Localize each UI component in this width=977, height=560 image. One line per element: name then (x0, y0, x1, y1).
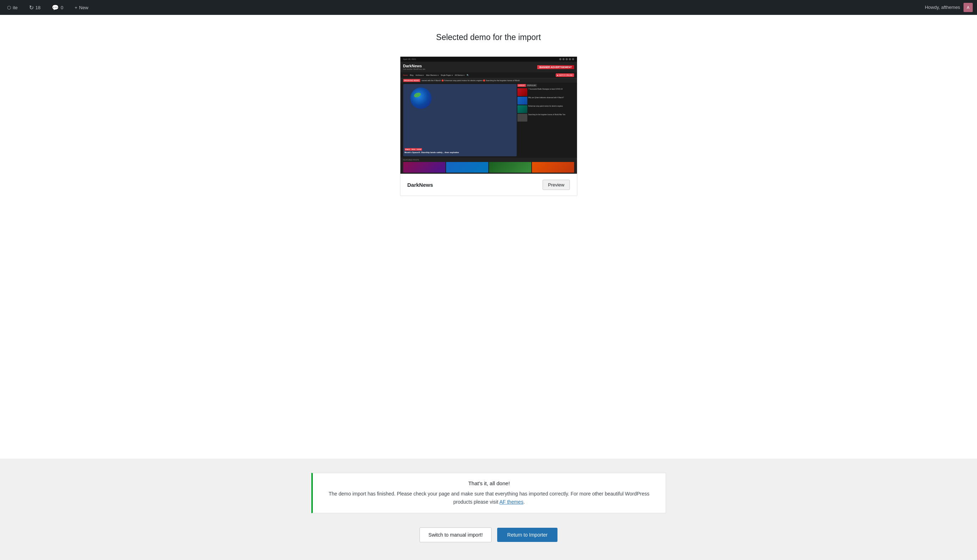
notice-body: The demo import has finished. Please che… (321, 490, 657, 506)
mock-breaking-badge: BREAKING NEWS (403, 79, 420, 82)
demo-card-footer: DarkNews Preview (400, 174, 577, 196)
mock-header: DarkNews Just another WordPress site BAN… (400, 62, 577, 72)
content-section: Selected demo for the import April 18, 2… (0, 15, 977, 458)
adminbar-comments[interactable]: 💬 0 (49, 0, 66, 15)
bottom-section: That's it, all done! The demo import has… (0, 458, 977, 560)
updates-count: 18 (35, 5, 40, 10)
mock-tab-latest: LATEST (518, 84, 526, 87)
avatar: A (964, 3, 973, 12)
mock-breaking-text: named with the 4 March! 🔴 Fisherman stop… (422, 79, 519, 82)
mock-tab-popular: POPULAR (526, 84, 537, 87)
action-buttons: Switch to manual import! Return to Impor… (419, 527, 558, 542)
mock-featured-item-3 (489, 162, 531, 173)
mock-thumb-3 (518, 105, 527, 113)
mock-earth-image (410, 88, 432, 109)
mock-thumb-4 (518, 114, 527, 122)
switch-manual-button[interactable]: Switch to manual import! (419, 527, 491, 542)
mock-featured-item-4 (532, 162, 574, 173)
demo-card: April 18, 2021 DarkNews Just anothe (400, 57, 577, 196)
mock-nav-archives: Archives ▾ (416, 74, 424, 76)
mock-article-title: SPACETECHCOVID Musk's SpaceX: Starship l… (405, 148, 515, 154)
mock-main-article: SPACETECHCOVID Musk's SpaceX: Starship l… (403, 84, 517, 156)
mock-nav-single: Single Pages ▾ (441, 74, 453, 76)
mock-screenshot: April 18, 2021 DarkNews Just anothe (400, 57, 577, 174)
mock-tag-2: TECH (411, 148, 416, 151)
return-importer-button[interactable]: Return to Importer (497, 528, 558, 542)
howdy-text: Howdy, afthemes (925, 5, 960, 10)
mock-logo: DarkNews (403, 64, 426, 68)
mock-watch-btn: ▶ WATCH ONLINE (556, 73, 574, 77)
mock-icon-5 (572, 58, 574, 60)
mock-sidebar: LATEST POPULAR 7 Successful Battle Strat… (518, 84, 574, 156)
mock-sidebar-text-4: Searching for the forgotten homes of Wor… (528, 114, 566, 116)
mock-top-bar: April 18, 2021 (400, 57, 577, 62)
mock-sidebar-item-2: Why are Qriters believers obsessed with … (518, 97, 574, 105)
mock-breaking-bar: BREAKING NEWS named with the 4 March! 🔴 … (400, 78, 577, 83)
mock-sidebar-text-3: Fisherman stop patrol motors for electri… (528, 105, 563, 107)
notice-box: That's it, all done! The demo import has… (311, 473, 666, 513)
af-themes-link[interactable]: AF themes (499, 499, 523, 505)
mock-icon-1 (559, 58, 561, 60)
comments-icon: 💬 (52, 4, 59, 11)
mock-nav-main: Main Banners ▾ (426, 74, 438, 76)
mock-featured-item-1 (403, 162, 446, 173)
page-title: Selected demo for the import (436, 33, 541, 42)
preview-button[interactable]: Preview (543, 180, 569, 190)
adminbar-howdy: Howdy, afthemes A (925, 3, 973, 12)
mock-sidebar-item-3: Fisherman stop patrol motors for electri… (518, 105, 574, 113)
demo-name: DarkNews (408, 182, 433, 188)
mock-sidebar-item-1: 7 Successful Battle Strategies to beat C… (518, 88, 574, 96)
mock-icon-3 (566, 58, 568, 60)
mock-content: SPACETECHCOVID Musk's SpaceX: Starship l… (400, 83, 577, 158)
wordpress-icon: ⬡ (7, 5, 11, 10)
mock-nav-demos: All Demos ▾ (455, 74, 464, 76)
mock-thumb-2 (518, 97, 527, 105)
mock-nav-blog: Blog (410, 74, 414, 76)
mock-tag: SPACE (405, 148, 411, 151)
adminbar-new[interactable]: + New (72, 0, 91, 15)
mock-nav-search: 🔍 (467, 74, 469, 76)
mock-featured-section: FEATURED POSTS (400, 158, 577, 174)
mock-featured-grid (403, 162, 574, 173)
mock-logo-sub: Just another WordPress site (403, 68, 426, 70)
mock-nav: Home Blog Archives ▾ Main Banners ▾ Sing… (400, 72, 577, 78)
adminbar-updates[interactable]: ↻ 18 (26, 0, 43, 15)
adminbar-site[interactable]: ⬡ ite (4, 0, 20, 15)
demo-card-image: April 18, 2021 DarkNews Just anothe (400, 57, 577, 174)
notice-body-text: The demo import has finished. Please che… (329, 491, 649, 504)
site-label: ite (13, 5, 18, 10)
mock-nav-home: Home (403, 74, 408, 76)
mock-sidebar-text-1: 7 Successful Battle Strategies to beat C… (528, 88, 563, 90)
updates-icon: ↻ (29, 4, 34, 11)
mock-tabs: LATEST POPULAR (518, 84, 574, 87)
mock-top-icons (559, 58, 574, 60)
plus-icon: + (75, 5, 77, 10)
mock-logo-area: DarkNews Just another WordPress site (403, 64, 426, 70)
notice-title: That's it, all done! (321, 480, 657, 486)
mock-sidebar-text-2: Why are Qriters believers obsessed with … (528, 97, 564, 99)
mock-tag-3: COVID (416, 148, 422, 151)
comments-count: 0 (61, 5, 63, 10)
mock-icon-4 (569, 58, 571, 60)
mock-thumb-1 (518, 88, 527, 96)
mock-featured-label: FEATURED POSTS (403, 159, 574, 161)
mock-icon-2 (563, 58, 564, 60)
admin-bar: ⬡ ite ↻ 18 💬 0 + New Howdy, afthemes A (0, 0, 977, 15)
mock-featured-item-2 (446, 162, 488, 173)
mock-date: April 18, 2021 (403, 58, 416, 60)
new-label: New (79, 5, 88, 10)
main-wrapper: Selected demo for the import April 18, 2… (0, 15, 977, 560)
mock-sidebar-item-4: Searching for the forgotten homes of Wor… (518, 114, 574, 122)
notice-suffix: . (523, 499, 525, 505)
mock-banner: BANNER ADVERTISEMENT (537, 65, 574, 69)
